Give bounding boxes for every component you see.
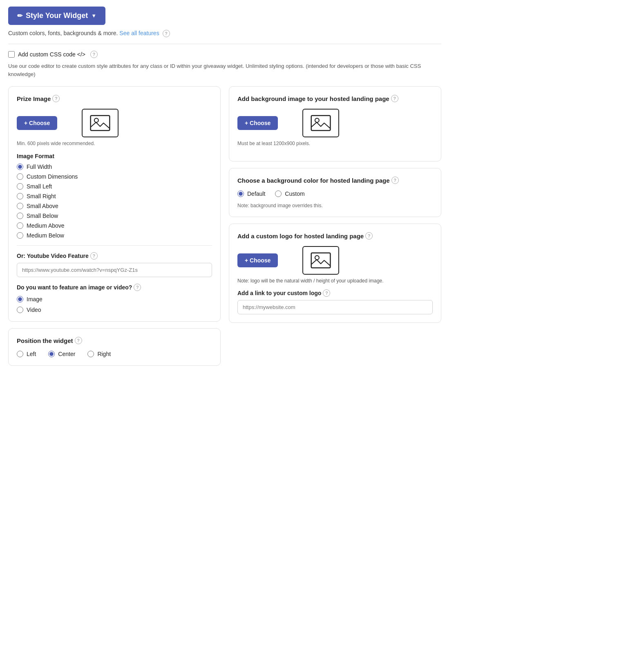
style-widget-label: Style Your Widget (26, 11, 88, 20)
subtitle-help-icon[interactable]: ? (163, 30, 170, 37)
right-column: Add background image to your hosted land… (229, 86, 441, 323)
format-custom-dimensions[interactable]: Custom Dimensions (17, 173, 212, 180)
svg-rect-4 (311, 253, 331, 268)
prize-choose-button[interactable]: + Choose (17, 116, 57, 130)
bg-color-card: Choose a background color for hosted lan… (229, 168, 441, 217)
svg-point-5 (315, 255, 319, 260)
pencil-icon: ✏ (17, 12, 22, 20)
format-medium-below-label: Medium Below (27, 232, 64, 239)
bg-color-default[interactable]: Default (237, 190, 265, 197)
chevron-down-icon: ▼ (91, 13, 96, 19)
format-small-below[interactable]: Small Below (17, 213, 212, 219)
svg-rect-0 (91, 116, 110, 131)
subtitle: Custom colors, fonts, backgrounds & more… (8, 30, 441, 37)
position-radio-row: Left Center Right (17, 351, 212, 357)
format-full-width-label: Full Width (27, 164, 52, 170)
bg-choose-button[interactable]: + Choose (237, 116, 278, 130)
style-widget-button[interactable]: ✏ Style Your Widget ▼ (8, 7, 105, 25)
svg-point-3 (315, 118, 319, 122)
bg-color-default-radio[interactable] (237, 190, 244, 197)
format-medium-above[interactable]: Medium Above (17, 222, 212, 229)
logo-note: Note: logo will be the natural width / h… (237, 278, 433, 284)
position-left-label: Left (27, 351, 36, 357)
main-two-col: Prize Image ? + Choose Min. 600 pixels w… (8, 86, 441, 366)
format-small-right-radio[interactable] (17, 193, 23, 199)
format-small-above[interactable]: Small Above (17, 203, 212, 209)
prize-image-card: Prize Image ? + Choose Min. 600 pixels w… (8, 86, 221, 322)
format-small-left-label: Small Left (27, 183, 52, 190)
bg-image-placeholder (302, 109, 339, 137)
custom-css-checkbox[interactable] (8, 51, 15, 58)
left-column: Prize Image ? + Choose Min. 600 pixels w… (8, 86, 221, 366)
bg-color-note: Note: background image overrides this. (237, 203, 433, 208)
format-medium-above-radio[interactable] (17, 222, 23, 229)
bg-color-custom[interactable]: Custom (275, 190, 304, 197)
logo-link-label: Add a link to your custom logo ? (237, 289, 433, 297)
bg-image-card: Add background image to your hosted land… (229, 86, 441, 161)
format-full-width[interactable]: Full Width (17, 164, 212, 170)
custom-logo-help-icon[interactable]: ? (365, 232, 373, 240)
position-right[interactable]: Right (87, 351, 111, 357)
svg-point-1 (94, 118, 98, 122)
bg-color-help-icon[interactable]: ? (391, 177, 399, 184)
bg-color-custom-radio[interactable] (275, 190, 282, 197)
position-card: Position the widget ? Left Center Right (8, 328, 221, 366)
custom-css-description: Use our code editor to create custom sty… (8, 62, 441, 78)
format-small-above-label: Small Above (27, 203, 58, 209)
format-small-below-radio[interactable] (17, 213, 23, 219)
youtube-section-label: Or: Youtube Video Feature ? (17, 252, 212, 260)
bg-image-row: + Choose (237, 109, 433, 137)
format-small-above-radio[interactable] (17, 203, 23, 209)
custom-logo-row: + Choose (237, 246, 433, 275)
custom-css-row: Add custom CSS code </> ? (8, 51, 441, 58)
feature-image-label: Image (27, 296, 42, 302)
prize-image-placeholder (82, 109, 119, 137)
bg-image-hint: Must be at least 1200x900 pixels. (237, 141, 433, 146)
format-separator (17, 245, 212, 246)
custom-logo-title: Add a custom logo for hosted landing pag… (237, 232, 433, 240)
feature-help-icon[interactable]: ? (134, 284, 141, 291)
bg-image-title: Add background image to your hosted land… (237, 95, 433, 102)
prize-image-hint: Min. 600 pixels wide recommended. (17, 141, 212, 146)
position-help-icon[interactable]: ? (75, 337, 82, 344)
bg-color-title: Choose a background color for hosted lan… (237, 177, 433, 184)
position-center-label: Center (58, 351, 75, 357)
format-small-below-label: Small Below (27, 213, 58, 219)
custom-css-label[interactable]: Add custom CSS code </> (18, 51, 85, 58)
bg-color-custom-label: Custom (285, 190, 304, 197)
feature-label: Do you want to feature an image or video… (17, 284, 212, 291)
format-small-right[interactable]: Small Right (17, 193, 212, 199)
custom-css-help-icon[interactable]: ? (90, 51, 98, 58)
feature-image-option[interactable]: Image (17, 296, 212, 302)
feature-video-option[interactable]: Video (17, 307, 212, 313)
format-medium-below[interactable]: Medium Below (17, 232, 212, 239)
bg-color-radio-row: Default Custom (237, 190, 433, 197)
position-center[interactable]: Center (48, 351, 75, 357)
position-center-radio[interactable] (48, 351, 55, 357)
format-full-width-radio[interactable] (17, 164, 23, 170)
prize-image-title: Prize Image ? (17, 95, 212, 102)
youtube-help-icon[interactable]: ? (90, 252, 98, 260)
feature-video-radio[interactable] (17, 307, 23, 313)
image-format-label: Image Format (17, 153, 212, 159)
prize-image-help-icon[interactable]: ? (52, 95, 60, 102)
format-small-left-radio[interactable] (17, 183, 23, 190)
logo-link-input[interactable] (237, 300, 433, 314)
format-medium-below-radio[interactable] (17, 232, 23, 239)
position-left-radio[interactable] (17, 351, 23, 357)
logo-link-help-icon[interactable]: ? (323, 289, 330, 297)
logo-choose-button[interactable]: + Choose (237, 253, 278, 267)
format-small-right-label: Small Right (27, 193, 56, 199)
format-custom-dimensions-label: Custom Dimensions (27, 173, 78, 180)
format-custom-dimensions-radio[interactable] (17, 173, 23, 180)
header-divider (8, 44, 441, 44)
custom-logo-card: Add a custom logo for hosted landing pag… (229, 224, 441, 323)
logo-image-placeholder (302, 246, 339, 275)
format-small-left[interactable]: Small Left (17, 183, 212, 190)
position-right-radio[interactable] (87, 351, 94, 357)
see-all-features-link[interactable]: See all features (119, 30, 159, 36)
bg-image-help-icon[interactable]: ? (391, 95, 398, 102)
youtube-input[interactable] (17, 263, 212, 277)
feature-image-radio[interactable] (17, 296, 23, 302)
position-left[interactable]: Left (17, 351, 36, 357)
